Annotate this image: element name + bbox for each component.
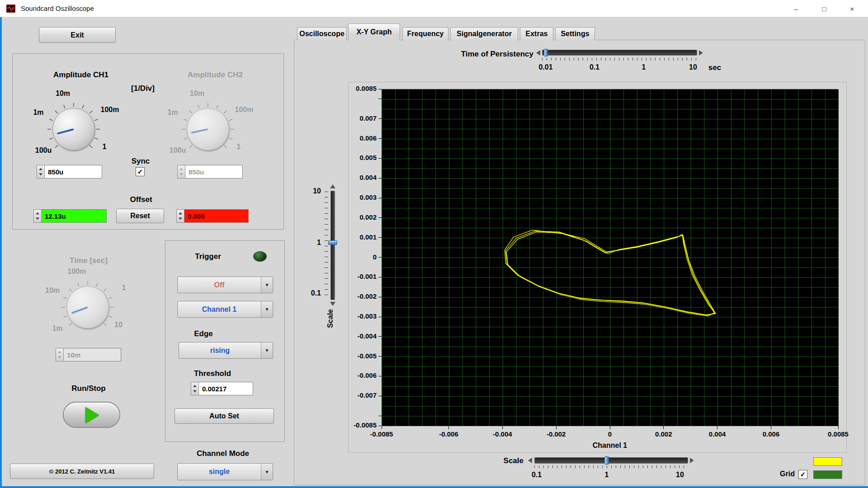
slider-decrement-arrow[interactable] (528, 458, 532, 463)
threshold-value[interactable]: 0.00217 (199, 382, 253, 395)
y-axis-label: 0.0085 (349, 84, 377, 92)
auto-set-button[interactable]: Auto Set (175, 408, 274, 424)
grid-checkbox[interactable]: ✓ (798, 470, 807, 479)
spinner-arrows[interactable] (177, 165, 185, 178)
slider-increment-arrow[interactable] (699, 50, 703, 56)
window-title: Soundcard Oszilloscope (21, 0, 94, 17)
tab-frequency[interactable]: Frequency (402, 27, 448, 40)
vscale-tick-label: 1 (309, 239, 321, 247)
tab-xy-graph[interactable]: X-Y Graph (348, 23, 400, 40)
knob-tick-label: 10m (49, 89, 76, 98)
ch1-color-swatch (813, 457, 842, 466)
x-axis-tick (838, 426, 839, 429)
xy-graph-panel: Channel 1 0.00850.0070.0060.0050.0040.00… (348, 82, 847, 453)
ch2-offset-field[interactable]: 0.000 (184, 209, 249, 223)
persistency-tick-label: 0.01 (532, 63, 559, 71)
spinner-arrows[interactable] (33, 209, 42, 223)
x-axis-tick (556, 426, 557, 429)
x-axis-label: -0.004 (484, 430, 520, 438)
slider-up-arrow[interactable] (330, 184, 335, 188)
persistency-slider-track[interactable] (542, 50, 697, 56)
persistency-slider-thumb[interactable] (544, 49, 548, 56)
knob-tick-label: 1m (25, 108, 52, 117)
y-axis-tick (378, 99, 382, 99)
y-axis-tick (378, 336, 382, 337)
trigger-title: Trigger (181, 252, 235, 261)
spinner-arrows[interactable] (191, 382, 199, 395)
tab-signalgenerator[interactable]: Signalgenerator (450, 27, 518, 40)
app-window: Soundcard Oszilloscope – □ × Exit Amplit… (0, 0, 868, 488)
chevron-down-icon[interactable]: ▼ (261, 277, 273, 293)
spinner-arrows[interactable] (176, 209, 184, 223)
amplitude-ch1-input[interactable]: 850u (37, 165, 102, 178)
close-icon[interactable]: × (838, 0, 866, 17)
amplitude-ch2-input[interactable]: 850u (177, 165, 243, 178)
y-axis-tick (378, 257, 382, 258)
offset-ch2-input[interactable]: 0.000 (176, 209, 249, 223)
slider-decrement-arrow[interactable] (536, 50, 540, 56)
sync-label: Sync (125, 157, 156, 166)
edge-label: Edge (181, 329, 226, 338)
exit-button[interactable]: Exit (39, 27, 116, 43)
edge-dropdown[interactable]: rising ▼ (179, 342, 273, 359)
y-axis-tick (378, 416, 382, 416)
y-axis-tick (378, 198, 382, 198)
vertical-scale-thumb[interactable] (328, 240, 337, 245)
hscale-tick-label: 1 (593, 471, 620, 479)
knob-tick-label: 10 (105, 321, 132, 329)
y-axis-label: -0.001 (349, 272, 377, 280)
threshold-input[interactable]: 0.00217 (191, 382, 253, 395)
amplitude-ch1-value[interactable]: 850u (45, 165, 102, 178)
x-axis-title: Channel 1 (578, 441, 642, 450)
trigger-source-value: Channel 1 (178, 301, 261, 317)
amplitude-ch1-knob[interactable]: 100u 1m 10m 100m 1 (28, 88, 123, 164)
slider-increment-arrow[interactable] (690, 458, 694, 463)
slider-down-arrow[interactable] (330, 302, 335, 306)
chevron-down-icon[interactable]: ▼ (261, 464, 273, 480)
time-value[interactable]: 10m (64, 348, 121, 361)
trigger-mode-dropdown[interactable]: Off ▼ (177, 277, 273, 293)
reset-button[interactable]: Reset (116, 209, 164, 223)
play-icon (85, 407, 99, 423)
y-axis-label: 0.007 (349, 114, 377, 122)
x-axis-label: 0.002 (646, 430, 682, 438)
y-axis-tick (378, 396, 382, 396)
y-axis-tick (378, 317, 382, 317)
channel-mode-dropdown[interactable]: single ▼ (177, 463, 273, 480)
run-stop-button[interactable] (63, 402, 120, 428)
horizontal-scale-thumb[interactable] (604, 456, 609, 465)
offset-ch1-input[interactable]: 12.13u (33, 209, 107, 223)
spinner-arrows[interactable] (56, 348, 64, 361)
tab-extras[interactable]: Extras (520, 27, 553, 40)
y-axis-tick (378, 237, 382, 238)
spinner-arrows[interactable] (37, 165, 45, 178)
y-axis-tick (378, 118, 382, 119)
ch1-offset-field[interactable]: 12.13u (42, 209, 107, 223)
tab-settings[interactable]: Settings (555, 27, 595, 40)
chevron-down-icon[interactable]: ▼ (261, 343, 273, 358)
vertical-scale-ticks (325, 192, 328, 299)
x-axis-label: -0.0085 (363, 430, 400, 438)
tab-oscilloscope[interactable]: Oscilloscope (297, 27, 347, 40)
x-axis-tick (502, 426, 503, 429)
horizontal-scale-track[interactable] (534, 457, 688, 464)
time-input[interactable]: 10m (56, 348, 121, 361)
maximize-icon[interactable]: □ (810, 0, 838, 17)
y-axis-tick (378, 277, 382, 277)
sync-checkbox[interactable]: ✓ (136, 167, 145, 176)
chevron-down-icon[interactable]: ▼ (261, 301, 273, 317)
minimize-icon[interactable]: – (782, 0, 810, 17)
hscale-tick-label: 10 (666, 471, 693, 479)
amplitude-ch2-knob[interactable]: 100u 1m 10m 100m 1 (163, 88, 258, 164)
knob-tick-label: 10m (184, 89, 211, 98)
copyright-bar: © 2012 C. Zeitnitz V1.41 (10, 464, 154, 479)
persistency-tick-label: 1 (630, 63, 657, 71)
trigger-source-dropdown[interactable]: Channel 1 ▼ (177, 301, 273, 318)
amplitude-ch2-value[interactable]: 850u (185, 165, 243, 178)
time-knob[interactable]: 1m 10m 100m 1 10 (42, 266, 137, 343)
vertical-scale-track[interactable] (330, 191, 335, 300)
y-axis-tick (378, 158, 382, 159)
per-div-label: [1/Div] (120, 84, 165, 93)
threshold-label: Threshold (183, 369, 242, 378)
knob-tick-label: 100m (63, 267, 90, 276)
